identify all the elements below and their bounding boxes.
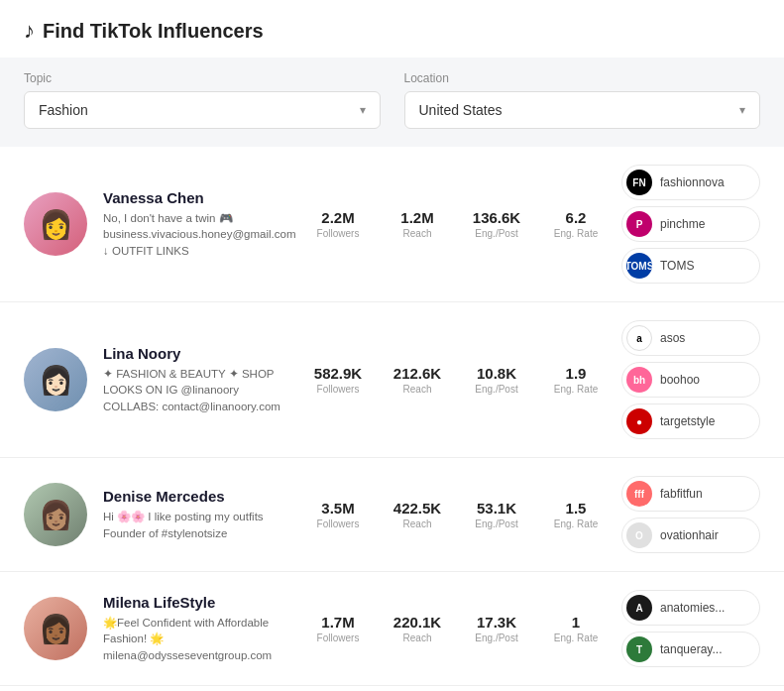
stat-eng-post: 10.8K Eng./Post — [467, 365, 526, 395]
brand-logo: TOMS — [626, 253, 652, 279]
brand-name: ovationhair — [660, 528, 719, 542]
page-container: ♪ Find TikTok Influencers Topic Fashion … — [0, 0, 784, 686]
chevron-down-icon: ▾ — [360, 103, 366, 117]
brand-pill[interactable]: P pinchme — [621, 206, 760, 242]
avatar: 👩🏾 — [24, 597, 87, 660]
influencer-name: Denise Mercedes — [103, 488, 292, 505]
brand-name: anatomies... — [660, 601, 725, 615]
brands-section: fff fabfitfun O ovationhair — [621, 476, 760, 553]
brand-pill[interactable]: fff fabfitfun — [621, 476, 760, 512]
stat-eng-post: 136.6K Eng./Post — [467, 209, 526, 239]
brand-name: pinchme — [660, 217, 705, 231]
stat-followers: 3.5M Followers — [308, 500, 368, 529]
stat-eng-rate: 6.2 Eng. Rate — [546, 209, 606, 239]
brand-name: fabfitfun — [660, 487, 703, 501]
influencer-info: Denise Mercedes Hi 🌸🌸 I like posting my … — [103, 488, 292, 540]
brand-pill[interactable]: FN fashionnova — [621, 165, 760, 200]
stat-reach: 220.1K Reach — [388, 614, 447, 643]
influencer-bio: 🌟Feel Confident with Affordable Fashion!… — [103, 615, 292, 662]
header: ♪ Find TikTok Influencers — [0, 0, 784, 58]
stat-reach: 422.5K Reach — [388, 500, 447, 529]
avatar: 👩🏽 — [24, 483, 87, 546]
influencer-info: Milena LifeStyle 🌟Feel Confident with Af… — [103, 594, 292, 662]
influencer-name: Lina Noory — [103, 345, 292, 362]
brand-logo: FN — [626, 170, 652, 195]
brand-name: TOMS — [660, 259, 694, 273]
brand-logo: a — [626, 325, 652, 351]
stats-section: 3.5M Followers 422.5K Reach 53.1K Eng./P… — [308, 500, 606, 529]
stat-eng-rate: 1.9 Eng. Rate — [546, 365, 606, 395]
location-filter-group: Location United States ▾ — [404, 71, 761, 129]
brand-logo: bh — [626, 367, 652, 393]
location-label: Location — [404, 71, 761, 85]
influencer-card[interactable]: 👩🏽 Denise Mercedes Hi 🌸🌸 I like posting … — [0, 458, 784, 572]
influencer-bio: Hi 🌸🌸 I like posting my outfits Founder … — [103, 509, 292, 540]
brand-pill[interactable]: bh boohoo — [621, 362, 760, 398]
brand-pill[interactable]: ● targetstyle — [621, 403, 760, 439]
topic-filter-group: Topic Fashion ▾ — [24, 71, 381, 129]
page-title: ♪ Find TikTok Influencers — [24, 18, 760, 44]
influencer-name: Milena LifeStyle — [103, 594, 292, 611]
stat-followers: 1.7M Followers — [308, 614, 368, 643]
location-select[interactable]: United States ▾ — [404, 91, 761, 129]
brand-pill[interactable]: a asos — [621, 320, 760, 356]
brand-logo: A — [626, 595, 652, 621]
chevron-down-icon: ▾ — [739, 103, 745, 117]
influencer-info: Lina Noory ✦ FASHION & BEAUTY ✦ SHOP LOO… — [103, 345, 292, 413]
brand-logo: ● — [626, 408, 652, 434]
stat-eng-post: 17.3K Eng./Post — [467, 614, 526, 643]
brand-logo: P — [626, 211, 652, 237]
tiktok-icon: ♪ — [24, 18, 35, 44]
influencer-bio: ✦ FASHION & BEAUTY ✦ SHOP LOOKS ON IG @l… — [103, 366, 292, 413]
influencer-name: Vanessa Chen — [103, 189, 292, 206]
influencer-bio: No, I don't have a twin 🎮 business.vivac… — [103, 210, 292, 258]
influencer-list: 👩 Vanessa Chen No, I don't have a twin 🎮… — [0, 147, 784, 686]
brands-section: A anatomies... T tanqueray... — [621, 590, 760, 667]
stat-eng-rate: 1.5 Eng. Rate — [546, 500, 606, 529]
brand-name: fashionnova — [660, 175, 725, 189]
avatar: 👩 — [24, 192, 87, 256]
influencer-card[interactable]: 👩 Vanessa Chen No, I don't have a twin 🎮… — [0, 147, 784, 302]
stat-reach: 1.2M Reach — [388, 209, 447, 239]
brand-name: targetstyle — [660, 414, 715, 428]
stat-eng-rate: 1 Eng. Rate — [546, 614, 606, 643]
brand-pill[interactable]: A anatomies... — [621, 590, 760, 626]
brand-logo: T — [626, 636, 652, 662]
influencer-card[interactable]: 👩🏻 Lina Noory ✦ FASHION & BEAUTY ✦ SHOP … — [0, 302, 784, 458]
stats-section: 1.7M Followers 220.1K Reach 17.3K Eng./P… — [308, 614, 606, 643]
avatar: 👩🏻 — [24, 348, 87, 411]
stat-reach: 212.6K Reach — [388, 365, 447, 395]
brands-section: a asos bh boohoo ● targetstyle — [621, 320, 760, 439]
influencer-card[interactable]: 👩🏾 Milena LifeStyle 🌟Feel Confident with… — [0, 572, 784, 686]
stats-section: 582.9K Followers 212.6K Reach 10.8K Eng.… — [308, 365, 606, 395]
stat-followers: 2.2M Followers — [308, 209, 368, 239]
brand-pill[interactable]: T tanqueray... — [621, 632, 760, 667]
brand-name: tanqueray... — [660, 642, 722, 656]
topic-label: Topic — [24, 71, 381, 85]
brand-pill[interactable]: O ovationhair — [621, 518, 760, 553]
brand-logo: O — [626, 522, 652, 548]
stats-section: 2.2M Followers 1.2M Reach 136.6K Eng./Po… — [308, 209, 606, 239]
brand-name: asos — [660, 331, 685, 345]
topic-select[interactable]: Fashion ▾ — [24, 91, 381, 129]
influencer-info: Vanessa Chen No, I don't have a twin 🎮 b… — [103, 189, 292, 258]
stat-eng-post: 53.1K Eng./Post — [467, 500, 526, 529]
brands-section: FN fashionnova P pinchme TOMS TOMS — [621, 165, 760, 284]
stat-followers: 582.9K Followers — [308, 365, 368, 395]
brand-logo: fff — [626, 481, 652, 507]
brand-pill[interactable]: TOMS TOMS — [621, 248, 760, 284]
filters-section: Topic Fashion ▾ Location United States ▾ — [0, 58, 784, 147]
brand-name: boohoo — [660, 373, 700, 387]
